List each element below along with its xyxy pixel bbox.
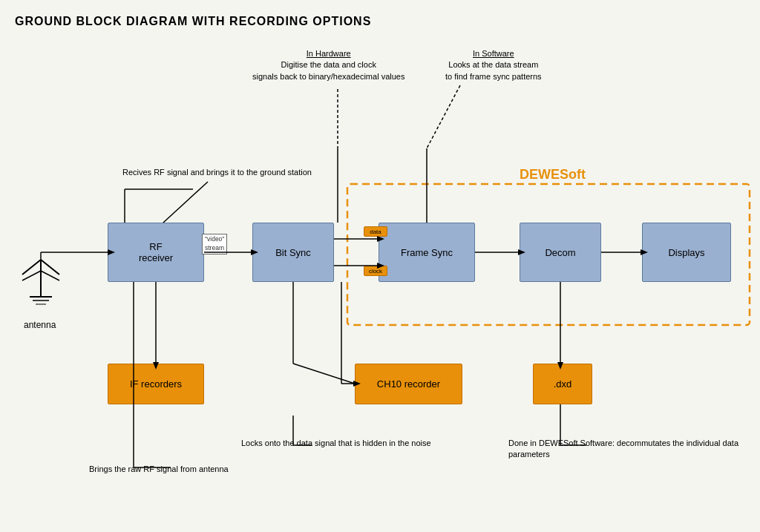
frame-sync-label: Frame Sync [401,247,453,258]
svg-line-2 [22,260,41,275]
decom-label: Decom [545,247,575,258]
rf-receiver-label: RFreceiver [139,241,173,263]
svg-line-4 [22,271,41,280]
frame-sync-block: Frame Sync [379,223,475,282]
bit-sync-note: Locks onto the data signal that is hidde… [241,438,431,449]
svg-line-29 [293,364,355,384]
data-label-box: data [364,226,387,237]
dxd-block: .dxd [533,364,592,404]
video-stream-text: "video"stream [205,235,224,252]
bit-sync-label: Bit Sync [275,247,311,258]
ch10-recorder-block: CH10 recorder [355,364,462,404]
decom-block: Decom [520,223,601,282]
ch10-recorder-label: CH10 recorder [377,378,440,390]
diagram-container: GROUND BLOCK DIAGRAM WITH RECORDING OPTI… [0,0,760,532]
if-recorders-label: IF recorders [130,378,182,390]
in-hardware-body: Digitise the data and clocksignals back … [252,60,404,80]
svg-line-39 [163,182,208,223]
svg-line-37 [427,85,460,148]
dxd-label: .dxd [554,378,572,390]
displays-label: Displays [668,247,704,258]
rf-signal-annot: Recives RF signal and brings it to the g… [122,167,312,178]
bit-sync-block: Bit Sync [252,223,334,282]
dewesoft-label: DEWESoft [520,167,586,183]
in-hardware-title: In Hardware [307,49,351,58]
svg-line-5 [41,271,59,280]
decom-note: Done in DEWESoft Software: decommutates … [508,438,760,461]
in-software-title: In Software [473,49,514,58]
clock-label-box: clock [364,266,387,276]
clock-label: clock [369,268,382,275]
video-stream-label: "video"stream [202,234,227,254]
if-note: Brings the raw RF signal from antenna [89,464,229,475]
in-hardware-annot: In Hardware Digitise the data and clocks… [252,48,404,82]
in-software-annot: In Software Looks at the data streamto f… [445,48,542,82]
rf-receiver-block: RFreceiver [108,223,204,282]
data-label: data [370,229,381,235]
antenna-label: antenna [24,319,56,332]
displays-block: Displays [642,223,731,282]
svg-line-3 [41,260,59,275]
page-title: GROUND BLOCK DIAGRAM WITH RECORDING OPTI… [15,15,745,28]
if-recorders-block: IF recorders [108,364,204,404]
in-software-body: Looks at the data streamto find frame sy… [445,60,542,80]
